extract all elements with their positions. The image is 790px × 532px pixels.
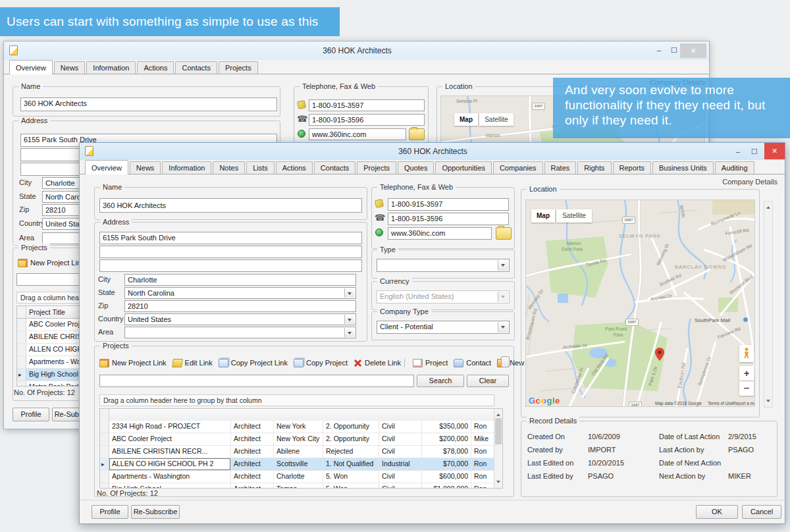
cell-project-title[interactable]: 2334 High Road - PROJECT [109,421,231,433]
close-button[interactable]: ✕ [680,43,706,58]
table-scrollbar[interactable] [494,409,502,488]
map-marker-pin[interactable] [655,348,664,361]
profile-button[interactable]: Profile [92,505,128,519]
cell-selling-status[interactable]: 5. Won [323,471,379,483]
cell-site-city[interactable]: New York City [274,433,323,445]
window2-tab[interactable]: Actions [276,161,313,174]
area-combo[interactable] [124,327,356,338]
toolbar-button[interactable]: Delete Link [354,359,401,367]
cell-role[interactable]: Architect [231,458,274,470]
table-row[interactable]: ALLEN CO HIGH SCHOOL PH 2ArchitectScotts… [100,458,494,471]
scroll-down-icon[interactable] [494,479,502,488]
zoom-in-button[interactable]: + [739,366,754,381]
window2-tab[interactable]: Opportunities [435,161,491,174]
group-by-bar[interactable]: Drag a column header here to group by th… [99,394,494,406]
window2-titlebar[interactable]: 360 HOK Architects – ☐ ✕ [80,143,785,160]
toolbar-overflow-button[interactable] [501,356,510,367]
cancel-button[interactable]: Cancel [742,505,781,519]
cell-project-title[interactable]: Apartments - Washington [109,471,231,483]
window1-tab[interactable]: News [54,61,86,74]
report-map-error-link[interactable]: Report a map error [733,401,755,406]
scroll-down-icon[interactable] [764,398,772,407]
zip-input[interactable]: 28210 [124,300,356,312]
window2-tab[interactable]: Notes [213,161,245,174]
close-button[interactable]: ✕ [764,143,785,159]
cell-value-to-us[interactable]: $78,000 [422,446,471,458]
window1-tab[interactable]: Information [86,61,136,74]
cell-site-city[interactable]: Abilene [274,446,323,458]
window2-tab[interactable]: Contacts [314,161,356,174]
terms-of-use-link[interactable]: Terms of Use [708,401,733,406]
resubscribe-button[interactable]: Re-Subscribe [131,505,180,519]
chevron-down-icon[interactable] [344,328,355,337]
table-row[interactable]: ABC Cooler ProjectArchitectNew York City… [100,433,494,446]
chevron-down-icon[interactable] [344,288,355,298]
cell-market[interactable]: Civil [379,471,422,483]
cell-site-city[interactable]: New York [274,421,323,433]
maximize-button[interactable]: ☐ [747,146,762,157]
toolbar-button[interactable]: Copy Project Link [219,359,288,367]
window2-tab[interactable]: Rights [577,161,611,174]
toolbar-button[interactable]: Edit Link [172,359,213,367]
profile-button[interactable]: Profile [13,408,49,421]
cell-selling-status[interactable]: Rejected [323,446,379,458]
cell-market[interactable]: Industrial [379,458,422,470]
address-line1-input[interactable]: 6155 Park South Drive [99,232,362,244]
cell-value-to-us[interactable]: $70,000 [422,458,471,470]
window1-tab[interactable]: Contacts [175,61,217,74]
chevron-down-icon[interactable] [344,315,355,324]
window2-tab[interactable]: Quotes [398,161,434,174]
cell-value-to-us[interactable]: $350,000 [422,421,471,433]
phone-input[interactable]: 1-800-915-3597 [309,99,425,111]
cell-market[interactable]: Civil [379,446,422,458]
cell-project-title[interactable]: Big High School [109,483,231,488]
cell-site-city[interactable]: Tampa [274,483,323,488]
maximize-button[interactable]: ☐ [668,44,681,56]
cell-role[interactable]: Architect [231,433,274,445]
chevron-down-icon[interactable] [498,322,508,332]
cell-market[interactable]: Civil [379,421,422,433]
projects-search-input[interactable] [99,375,414,387]
google-logo[interactable]: Google [529,396,560,406]
window2-tab[interactable]: Projects [357,161,396,174]
window1-tab[interactable]: Actions [137,61,174,74]
minimize-button[interactable]: – [652,44,666,56]
cell-first-name[interactable]: Ron [471,421,494,433]
name-input[interactable]: 360 HOK Architects [99,198,362,213]
phone-input[interactable]: 1-800-915-3597 [388,198,509,211]
window1-tab[interactable]: Projects [219,61,258,74]
toolbar-button[interactable]: Copy Project [294,359,348,367]
scroll-up-icon[interactable] [764,201,772,210]
ok-button[interactable]: OK [696,505,738,519]
cell-first-name[interactable]: Ron [471,483,494,488]
cell-first-name[interactable]: Mike [471,433,494,445]
state-combo[interactable]: North Carolina [124,287,356,299]
content-scrollbar[interactable] [764,201,773,408]
city-input[interactable]: Charlotte [124,274,356,286]
window2-tab[interactable]: Overview [85,160,128,174]
cell-site-city[interactable]: Scottsville [274,458,323,470]
toolbar-button[interactable]: Contact [454,359,491,367]
website-input[interactable]: www.360inc.com [388,227,492,240]
mall-poi-icon[interactable] [743,317,748,322]
chevron-down-icon[interactable] [498,260,508,271]
cell-market[interactable]: Civil [379,433,422,445]
country-combo[interactable]: United States [124,313,356,325]
type-combo[interactable] [377,259,510,272]
toolbar-button[interactable]: New Project Link [99,359,167,367]
table-row[interactable]: ABILENE CHRISTIAN RECR...ArchitectAbilen… [100,446,494,458]
cell-selling-status[interactable]: 2. Opportunity [323,433,379,445]
cell-selling-status[interactable]: 2. Opportunity [323,421,379,433]
cell-project-title[interactable]: ALLEN CO HIGH SCHOOL PH 2 [109,458,231,470]
cell-role[interactable]: Architect [231,483,274,488]
cell-selling-status[interactable]: 1. Not Qualified [323,458,379,470]
cell-role[interactable]: Architect [231,446,274,458]
name-input[interactable]: 360 HOK Architects [20,97,277,111]
window2-tab[interactable]: Business Units [652,161,714,174]
window2-tab[interactable]: Auditing [715,161,754,174]
window2-tab[interactable]: Lists [246,161,275,174]
cell-site-city[interactable]: Charlotte [274,471,323,483]
company-type-combo[interactable]: Client - Potential [377,321,510,334]
cell-market[interactable]: Civil [379,483,422,488]
fax-input[interactable]: 1-800-915-3596 [388,213,509,225]
